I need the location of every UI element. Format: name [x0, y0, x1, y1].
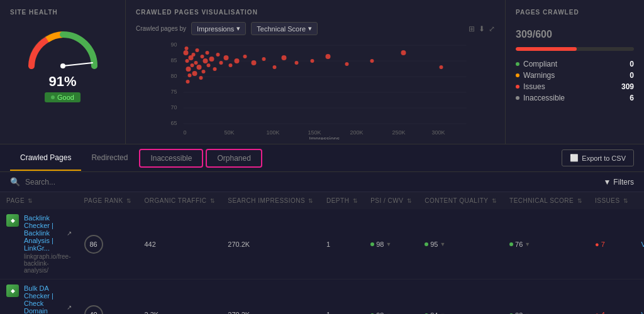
page-icon-1: ◆ [6, 284, 19, 297]
cell-ts-0: 76 ▼ [503, 209, 589, 279]
svg-point-43 [216, 53, 220, 57]
crawl-progress-fill [516, 47, 577, 51]
chart-svg: 90 85 80 75 70 65 0 50K 100K 150K 200K [136, 39, 495, 139]
sort-rank-icon[interactable]: ⇅ [126, 198, 132, 204]
sort-ts-icon[interactable]: ⇅ [577, 198, 583, 204]
cell-traffic-1: 2.3K [138, 279, 222, 315]
col-page-rank: PAGE RANK ⇅ [78, 192, 138, 209]
cq-dot-0 [425, 242, 428, 246]
psi-arrow-0: ▼ [386, 241, 391, 247]
svg-text:90: 90 [171, 41, 177, 48]
cell-rank-0: 86 [78, 209, 138, 279]
cell-cq-1: 84 ▼ [418, 279, 503, 315]
svg-point-52 [282, 55, 287, 60]
filters-button[interactable]: ▼ Filters [603, 178, 634, 187]
psi-badge-1: 98 ▼ [370, 311, 391, 315]
inaccessible-dot [516, 96, 519, 100]
cell-depth-0: 1 [320, 209, 364, 279]
cell-rank-1: 40 [78, 279, 138, 315]
svg-text:70: 70 [171, 104, 177, 111]
tab-orphaned[interactable]: Orphaned [206, 149, 262, 168]
technical-score-dropdown[interactable]: Technical Score ▾ [251, 22, 318, 35]
crawl-stats-list: Compliant 0 Warnings 0 Issues 309 Inacce… [516, 58, 634, 104]
svg-text:200K: 200K [350, 129, 364, 136]
download-icon[interactable]: ⬇ [479, 24, 485, 33]
svg-point-45 [224, 55, 229, 60]
site-health-panel: SITE HEALTH 91% Good [0, 0, 126, 144]
svg-point-32 [194, 61, 198, 65]
search-input[interactable] [25, 178, 598, 187]
sort-cq-icon[interactable]: ⇅ [492, 198, 497, 204]
svg-point-22 [184, 50, 189, 55]
cell-ts-1: 83 ▼ [503, 279, 589, 315]
page-link-1[interactable]: Bulk DA Checker | Check Domain Authority… [24, 284, 72, 314]
col-action [635, 192, 644, 209]
svg-point-38 [203, 58, 208, 63]
tab-crawled-pages[interactable]: Crawled Pages [10, 146, 81, 171]
tab-inaccessible[interactable]: Inaccessible [139, 149, 203, 168]
search-icon: 🔍 [10, 177, 20, 187]
site-health-title: SITE HEALTH [10, 9, 115, 16]
svg-point-39 [206, 51, 209, 55]
share-icon[interactable]: ⤢ [489, 24, 495, 33]
cell-issues-1: ● 4 [589, 279, 635, 315]
tabs-bar: Crawled Pages Redirected Inaccessible Or… [0, 144, 644, 172]
sort-impressions-icon[interactable]: ⇅ [308, 198, 314, 204]
psi-arrow-1: ▼ [386, 312, 391, 315]
bottom-section: Crawled Pages Redirected Inaccessible Or… [0, 144, 644, 314]
cell-action-1[interactable]: View [635, 279, 644, 315]
cell-page-0: ◆ Backlink Checker | Backlink Analysis |… [0, 209, 78, 279]
pages-crawled-title: PAGES CRAWLED [516, 9, 634, 16]
cell-psi-1: 98 ▼ [364, 279, 418, 315]
rank-circle-0: 86 [84, 235, 103, 254]
cell-depth-1: 1 [320, 279, 364, 315]
svg-point-27 [186, 80, 190, 84]
rank-circle-1: 40 [84, 305, 103, 314]
svg-text:65: 65 [171, 120, 177, 126]
sort-psi-icon[interactable]: ⇅ [407, 198, 413, 204]
svg-point-51 [273, 65, 277, 69]
col-depth: DEPTH ⇅ [320, 192, 364, 209]
issues-dot [516, 85, 519, 89]
sort-issues-icon[interactable]: ⇅ [623, 198, 629, 204]
sort-page-icon[interactable]: ⇅ [28, 198, 33, 204]
vis-toolbar: ⊞ ⬇ ⤢ [469, 24, 495, 33]
page-link-0[interactable]: Backlink Checker | Backlink Analysis | L… [24, 214, 72, 252]
svg-point-1 [60, 63, 65, 68]
export-csv-button[interactable]: ⬜ Export to CSV [562, 149, 634, 166]
cq-arrow-1: ▼ [440, 312, 445, 315]
col-page: PAGE ⇅ [0, 192, 78, 209]
svg-point-36 [201, 55, 204, 58]
svg-point-50 [262, 57, 266, 61]
svg-point-25 [186, 67, 191, 72]
svg-point-55 [326, 54, 331, 59]
sort-traffic-icon[interactable]: ⇅ [210, 198, 216, 204]
svg-point-35 [199, 76, 203, 80]
col-psi-cwv: PSI / CWV ⇅ [364, 192, 418, 209]
view-link-0[interactable]: View [641, 241, 644, 248]
svg-text:0: 0 [184, 129, 187, 136]
tab-redirected[interactable]: Redirected [81, 146, 138, 171]
impressions-dropdown[interactable]: Impressions ▾ [191, 22, 246, 35]
col-technical-score: TECHNICAL SCORE ⇅ [503, 192, 589, 209]
svg-text:Impressions: Impressions [309, 136, 340, 139]
svg-point-23 [186, 59, 189, 63]
cq-arrow-0: ▼ [440, 241, 445, 247]
external-link-icon-0: ↗ [67, 230, 72, 237]
svg-point-40 [207, 63, 211, 67]
status-label: Good [57, 94, 74, 101]
sort-depth-icon[interactable]: ⇅ [353, 198, 358, 204]
cell-action-0[interactable]: View [635, 209, 644, 279]
issues-value-1: ● 4 [595, 311, 605, 314]
status-dot [51, 95, 55, 99]
pages-crawled-panel: PAGES CRAWLED 309/600 Compliant 0 Warnin… [506, 0, 644, 144]
compliant-dot [516, 62, 519, 66]
svg-point-24 [185, 46, 189, 50]
table-header-row: PAGE ⇅ PAGE RANK ⇅ ORGANIC TRAFFIC ⇅ SEA… [0, 192, 644, 209]
svg-text:50K: 50K [225, 129, 235, 136]
ts-arrow-0: ▼ [525, 241, 530, 247]
grid-icon[interactable]: ⊞ [469, 24, 475, 33]
svg-text:150K: 150K [308, 129, 321, 136]
page-icon-0: ◆ [6, 214, 19, 227]
view-link-1[interactable]: View [641, 311, 644, 314]
